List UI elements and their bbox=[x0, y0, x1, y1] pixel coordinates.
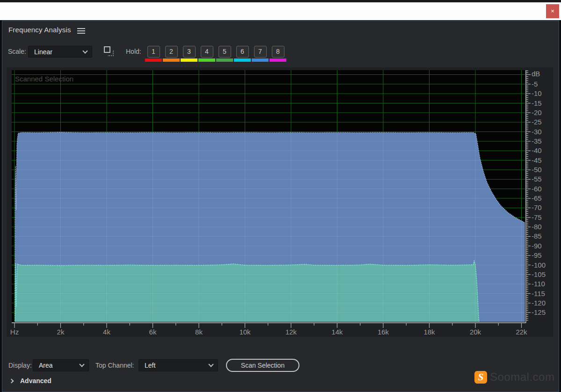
svg-text:-40: -40 bbox=[532, 146, 542, 154]
watermark-text: Soomal.com bbox=[490, 370, 554, 384]
hold-button-2[interactable]: 2 bbox=[165, 46, 178, 58]
svg-text:-65: -65 bbox=[532, 194, 542, 202]
svg-text:6k: 6k bbox=[149, 328, 157, 336]
frequency-chart: Scanned SelectionHz2k4k6k8k10k12k14k16k1… bbox=[7, 67, 553, 337]
svg-text:-70: -70 bbox=[532, 203, 542, 211]
svg-text:22k: 22k bbox=[516, 328, 527, 336]
hold-color-7 bbox=[252, 58, 269, 62]
scan-selection-button[interactable]: Scan Selection bbox=[226, 359, 299, 372]
svg-text:4k: 4k bbox=[103, 328, 110, 336]
scale-label: Scale: bbox=[8, 46, 26, 58]
close-button[interactable]: × bbox=[546, 4, 559, 18]
svg-text:-5: -5 bbox=[532, 80, 538, 88]
svg-text:14k: 14k bbox=[331, 328, 343, 336]
hold-color-8 bbox=[270, 58, 286, 62]
svg-text:-45: -45 bbox=[532, 156, 542, 164]
top-channel-value: Left bbox=[145, 362, 155, 369]
hold-button-group: 1 2 3 4 5 6 7 8 bbox=[145, 46, 286, 62]
advanced-expander[interactable]: Advanced bbox=[10, 377, 51, 385]
hold-button-1[interactable]: 1 bbox=[147, 46, 160, 58]
hold-color-6 bbox=[234, 58, 251, 62]
svg-text:20k: 20k bbox=[470, 328, 481, 336]
svg-text:16k: 16k bbox=[378, 328, 389, 336]
hold-button-7[interactable]: 7 bbox=[254, 46, 267, 58]
svg-text:-90: -90 bbox=[532, 242, 542, 250]
soomal-logo-icon: S bbox=[474, 371, 487, 384]
hold-color-4 bbox=[198, 58, 215, 62]
svg-text:12k: 12k bbox=[285, 328, 297, 336]
hold-button-8[interactable]: 8 bbox=[272, 46, 284, 58]
display-value: Area bbox=[39, 362, 53, 369]
svg-text:-35: -35 bbox=[532, 137, 542, 145]
top-channel-dropdown[interactable]: Left bbox=[138, 359, 218, 371]
svg-text:-105: -105 bbox=[532, 270, 546, 278]
svg-text:-115: -115 bbox=[532, 290, 545, 298]
svg-text:-60: -60 bbox=[532, 185, 542, 193]
display-label: Display: bbox=[8, 359, 32, 371]
panel-title: Frequency Analysis bbox=[8, 26, 71, 34]
frequency-analysis-panel: Frequency Analysis Scale: Linear Hold: 1… bbox=[2, 21, 559, 392]
watermark: S Soomal.com bbox=[474, 370, 554, 384]
chevron-down-icon bbox=[82, 48, 87, 53]
svg-text:8k: 8k bbox=[195, 328, 203, 336]
svg-text:2k: 2k bbox=[57, 328, 65, 336]
hold-button-3[interactable]: 3 bbox=[183, 46, 196, 58]
svg-text:Hz: Hz bbox=[10, 328, 19, 336]
svg-text:-120: -120 bbox=[532, 299, 546, 307]
svg-text:-80: -80 bbox=[532, 223, 542, 231]
chevron-right-icon bbox=[9, 378, 14, 383]
svg-text:dB: dB bbox=[532, 70, 540, 78]
svg-text:-15: -15 bbox=[532, 99, 542, 107]
svg-text:-125: -125 bbox=[532, 308, 546, 316]
advanced-label: Advanced bbox=[20, 377, 51, 385]
hold-color-1 bbox=[145, 58, 162, 62]
svg-text:-110: -110 bbox=[532, 280, 545, 288]
svg-text:10k: 10k bbox=[239, 328, 251, 336]
svg-text:Scanned Selection: Scanned Selection bbox=[15, 75, 73, 83]
hold-color-3 bbox=[181, 58, 197, 62]
hold-button-4[interactable]: 4 bbox=[201, 46, 213, 58]
scale-dropdown[interactable]: Linear bbox=[28, 46, 92, 58]
svg-text:-85: -85 bbox=[532, 232, 542, 240]
svg-text:-95: -95 bbox=[532, 251, 542, 259]
svg-text:-25: -25 bbox=[532, 118, 542, 126]
hold-label: Hold: bbox=[126, 46, 141, 58]
scale-value: Linear bbox=[34, 48, 52, 56]
window-title-bar: × bbox=[0, 2, 561, 20]
svg-text:-100: -100 bbox=[532, 261, 546, 269]
panel-menu-icon[interactable] bbox=[77, 28, 85, 34]
chevron-down-icon bbox=[208, 362, 213, 367]
svg-text:-20: -20 bbox=[532, 109, 542, 116]
hold-color-2 bbox=[163, 58, 180, 62]
frequency-chart-area: Scanned SelectionHz2k4k6k8k10k12k14k16k1… bbox=[7, 67, 553, 337]
top-channel-label: Top Channel: bbox=[95, 359, 134, 371]
svg-text:-55: -55 bbox=[532, 175, 542, 183]
svg-text:-50: -50 bbox=[532, 166, 542, 174]
svg-text:18k: 18k bbox=[423, 328, 435, 336]
hold-button-6[interactable]: 6 bbox=[236, 46, 249, 58]
svg-text:-10: -10 bbox=[532, 89, 542, 97]
svg-text:-75: -75 bbox=[532, 213, 542, 221]
display-dropdown[interactable]: Area bbox=[33, 359, 89, 371]
hold-color-5 bbox=[216, 58, 233, 62]
svg-text:-30: -30 bbox=[532, 128, 542, 136]
chevron-down-icon bbox=[79, 362, 84, 367]
copy-dots bbox=[108, 50, 114, 56]
copy-graph-icon[interactable] bbox=[104, 46, 115, 58]
hold-button-5[interactable]: 5 bbox=[219, 46, 231, 58]
